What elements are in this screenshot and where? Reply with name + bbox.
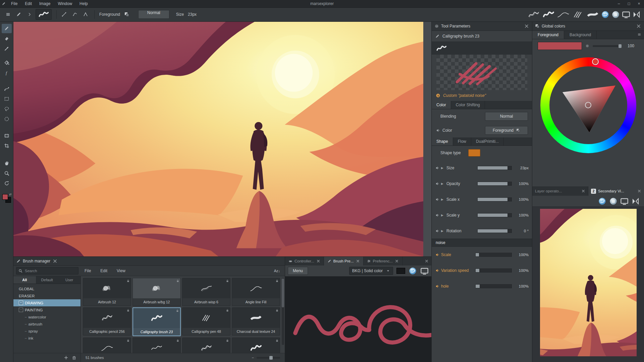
menu-edit[interactable]: Edit bbox=[21, 0, 36, 7]
global-colors-header[interactable]: Global colors bbox=[532, 22, 644, 31]
delete-group-icon[interactable] bbox=[72, 355, 76, 360]
brush-cell[interactable]: Airbrush 12 bbox=[83, 278, 131, 306]
menu-file[interactable]: File bbox=[7, 0, 21, 7]
close-icon[interactable] bbox=[637, 189, 641, 193]
tool-crop[interactable] bbox=[2, 141, 12, 150]
brush-shortcut-3-icon[interactable] bbox=[557, 10, 570, 19]
tree-item-airbrush[interactable]: –airbrush bbox=[13, 320, 80, 327]
tab-color-shifting[interactable]: Color Shifting bbox=[451, 101, 485, 109]
tab-dualprimitive[interactable]: DualPrimiti... bbox=[471, 137, 504, 145]
brush-shortcut-5-icon[interactable] bbox=[586, 10, 599, 19]
input-icon[interactable] bbox=[435, 229, 439, 233]
angle-line-tool-icon[interactable] bbox=[81, 10, 90, 19]
tool-inking[interactable] bbox=[2, 84, 12, 94]
tab-shape[interactable]: Shape bbox=[432, 137, 453, 145]
gear-icon[interactable] bbox=[585, 44, 589, 48]
size-value[interactable]: 23px bbox=[188, 12, 197, 17]
input-icon[interactable] bbox=[435, 197, 439, 201]
noise-section-header[interactable]: noise bbox=[432, 239, 532, 247]
filter-default[interactable]: Default bbox=[36, 276, 58, 284]
brush-cell-selected[interactable]: Calligraphy brush 23 bbox=[132, 307, 181, 336]
alpha-slider[interactable] bbox=[593, 45, 622, 47]
expander-icon[interactable]: ▶ bbox=[441, 214, 444, 217]
tab-preferences[interactable]: Preferenc... bbox=[364, 257, 402, 265]
preview-bg-color-swatch[interactable] bbox=[396, 268, 405, 274]
tree-item-ink[interactable]: –ink bbox=[13, 335, 80, 342]
sphere-blue-icon[interactable] bbox=[601, 10, 609, 19]
noise-scale-slider[interactable] bbox=[475, 253, 512, 257]
sort-az-icon[interactable]: Az↓ bbox=[274, 269, 282, 273]
input-icon[interactable] bbox=[435, 253, 439, 257]
expander-icon[interactable]: − bbox=[19, 308, 23, 312]
search-field[interactable] bbox=[24, 268, 69, 273]
tool-pan[interactable] bbox=[2, 159, 12, 168]
flip-icon[interactable] bbox=[632, 10, 641, 19]
tab-layer-operations[interactable]: Layer operato... bbox=[532, 186, 588, 196]
tab-controller[interactable]: Controller... bbox=[285, 257, 324, 265]
expander-icon[interactable]: ▶ bbox=[441, 229, 444, 233]
brush-tool-icon[interactable] bbox=[14, 10, 23, 19]
close-button[interactable]: × bbox=[634, 0, 644, 7]
tool-freehand-brush[interactable] bbox=[2, 24, 12, 33]
tab-flow[interactable]: Flow bbox=[453, 137, 471, 145]
tree-item-spray[interactable]: –spray bbox=[13, 327, 80, 335]
tool-lasso-select[interactable] bbox=[2, 104, 12, 114]
size-slider[interactable] bbox=[477, 166, 512, 170]
sphere-gray-icon[interactable] bbox=[609, 197, 618, 205]
filter-all[interactable]: All bbox=[13, 276, 36, 284]
close-icon[interactable] bbox=[356, 259, 360, 263]
close-icon[interactable] bbox=[636, 23, 641, 29]
search-input[interactable] bbox=[16, 267, 78, 275]
zoom-slider-track[interactable] bbox=[257, 357, 280, 359]
brush-preview-canvas[interactable] bbox=[285, 277, 431, 362]
preview-menu-button[interactable]: Menu bbox=[288, 267, 308, 275]
tree-item-eraser[interactable]: ERASER bbox=[13, 292, 80, 299]
close-icon[interactable] bbox=[52, 258, 58, 264]
input-icon[interactable] bbox=[435, 166, 439, 170]
tree-item-painting[interactable]: −PAINTING bbox=[13, 306, 80, 313]
tab-foreground[interactable]: Foreground bbox=[532, 31, 564, 39]
minimize-button[interactable]: – bbox=[614, 0, 624, 7]
brush-shortcut-1-icon[interactable] bbox=[527, 10, 540, 19]
bm-menu-file[interactable]: File bbox=[81, 268, 94, 273]
brush-manager-header[interactable]: Brush manager bbox=[13, 257, 285, 266]
expander-icon[interactable]: ▶ bbox=[441, 198, 444, 201]
close-icon[interactable] bbox=[395, 259, 399, 263]
maximize-button[interactable]: □ bbox=[624, 0, 634, 7]
display-icon[interactable] bbox=[420, 267, 429, 275]
expander-icon[interactable]: ▶ bbox=[441, 166, 444, 170]
tool-rect-select[interactable] bbox=[2, 94, 12, 104]
tool-color-picker[interactable] bbox=[2, 44, 12, 53]
input-icon[interactable] bbox=[436, 128, 440, 132]
color-wheel[interactable] bbox=[540, 57, 636, 153]
color-source-dropdown[interactable]: Foreground bbox=[485, 126, 528, 135]
panel-menu-icon[interactable] bbox=[637, 33, 641, 37]
line-tool-icon[interactable] bbox=[59, 10, 69, 19]
variation-speed-slider[interactable] bbox=[475, 268, 512, 273]
tree-item-watercolor[interactable]: –watercolor bbox=[13, 313, 80, 320]
tab-color[interactable]: Color bbox=[432, 101, 451, 109]
tool-parameters-header[interactable]: Tool Parameters bbox=[432, 22, 532, 31]
close-icon[interactable] bbox=[524, 23, 529, 29]
tool-effects[interactable] bbox=[2, 68, 12, 77]
input-icon[interactable] bbox=[435, 182, 439, 186]
shape-type-swatch[interactable] bbox=[468, 149, 480, 157]
brush-cell[interactable]: Angle line Fill bbox=[232, 278, 280, 306]
sphere-blue-icon[interactable] bbox=[598, 197, 606, 205]
brush-cell[interactable]: Airbrush w/bg 12 bbox=[132, 278, 181, 306]
fg-bg-swatch-icon[interactable] bbox=[122, 10, 131, 19]
canvas[interactable] bbox=[13, 22, 431, 256]
background-select[interactable]: BKG | Solid color bbox=[349, 267, 393, 275]
tree-item-global[interactable]: GLOBAL bbox=[13, 285, 80, 292]
close-icon[interactable] bbox=[316, 259, 320, 263]
curve-tool-icon[interactable] bbox=[70, 10, 79, 19]
swap-colors-icon[interactable]: ⇄ bbox=[9, 193, 12, 196]
tab-brush-preview[interactable]: Brush Pre... bbox=[324, 257, 364, 265]
expander-icon[interactable]: ▶ bbox=[441, 182, 444, 185]
add-group-icon[interactable] bbox=[64, 355, 68, 360]
sv-cursor[interactable] bbox=[585, 102, 591, 108]
input-icon[interactable] bbox=[435, 284, 439, 288]
brush-grid-scrollbar[interactable] bbox=[282, 278, 284, 345]
scrollbar-thumb[interactable] bbox=[282, 279, 284, 307]
scale-x-slider[interactable] bbox=[477, 197, 512, 201]
